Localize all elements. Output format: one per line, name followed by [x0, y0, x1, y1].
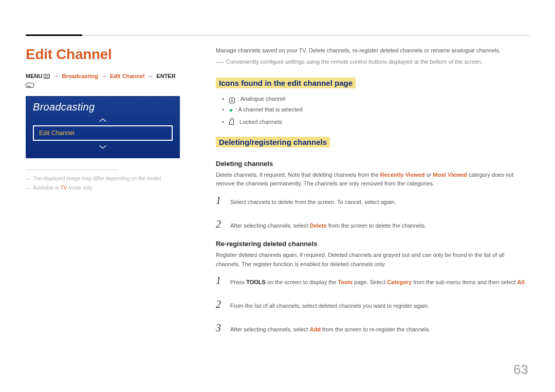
- analogue-icon: A: [229, 98, 235, 103]
- reregister-steps: Press TOOLS on the screen to display the…: [216, 273, 529, 335]
- enter-icon: [26, 83, 34, 88]
- delete-step-1: Select channels to delete from the scree…: [216, 193, 529, 208]
- breadcrumb: MENU → Broadcasting → Edit Channel → ENT…: [26, 72, 180, 90]
- breadcrumb-enter: ENTER: [156, 73, 175, 79]
- icon-legend: A : Analogue channel ♥ : A channel that …: [216, 94, 529, 127]
- breadcrumb-menu: MENU: [26, 73, 42, 79]
- manual-page: Edit Channel MENU → Broadcasting → Edit …: [0, 0, 555, 392]
- header-accent: [26, 34, 82, 36]
- deleting-channels-heading: Deleting channels: [216, 160, 529, 167]
- section-delete-register-title: Deleting/registering channels: [216, 137, 330, 147]
- legend-selected: ♥ : A channel that is selected: [222, 104, 529, 117]
- legend-analogue: A : Analogue channel: [222, 94, 529, 104]
- right-column: Manage channels saved on your TV. Delete…: [216, 46, 529, 344]
- delete-step-2: After selecting channels, select Delete …: [216, 216, 529, 232]
- reregister-step-2: From the list of all channels, select de…: [216, 296, 529, 312]
- intro-note: ―Conveniently configure settings using t…: [216, 55, 529, 69]
- deleting-channels-text: Delete channels, if required. Note that …: [216, 171, 529, 189]
- lock-icon: [229, 121, 234, 125]
- footnote-divider: [26, 170, 118, 170]
- intro-text: Manage channels saved on your TV. Delete…: [216, 46, 529, 55]
- reregister-heading: Re-registering deleted channels: [216, 240, 529, 248]
- legend-locked: : Locked channels: [222, 117, 529, 127]
- header-rule: [26, 35, 529, 35]
- chevron-down-icon: [33, 143, 173, 151]
- left-column: Edit Channel MENU → Broadcasting → Edit …: [26, 46, 180, 344]
- reregister-text: Register deleted channels again, if requ…: [216, 251, 529, 269]
- section-icons-title: Icons found in the edit channel page: [216, 78, 356, 88]
- reregister-step-3: After selecting channels, select Add fro…: [216, 320, 529, 335]
- tv-menu-item-edit-channel: Edit Channel: [33, 125, 173, 141]
- heart-icon: ♥: [229, 105, 233, 117]
- breadcrumb-edit-channel: Edit Channel: [110, 73, 144, 79]
- reregister-step-1: Press TOOLS on the screen to display the…: [216, 273, 529, 288]
- footnote-2: ―Available in TV mode only.: [26, 183, 180, 193]
- page-number: 63: [513, 362, 528, 378]
- menu-icon: [44, 74, 50, 79]
- delete-steps: Select channels to delete from the scree…: [216, 193, 529, 232]
- footnote-1: ―The displayed image may differ dependin…: [26, 174, 180, 183]
- chevron-up-icon: [33, 116, 173, 124]
- page-title: Edit Channel: [26, 46, 180, 63]
- tv-menu-preview: Broadcasting Edit Channel: [26, 96, 180, 158]
- breadcrumb-broadcasting: Broadcasting: [62, 73, 98, 79]
- tv-menu-title: Broadcasting: [33, 101, 173, 113]
